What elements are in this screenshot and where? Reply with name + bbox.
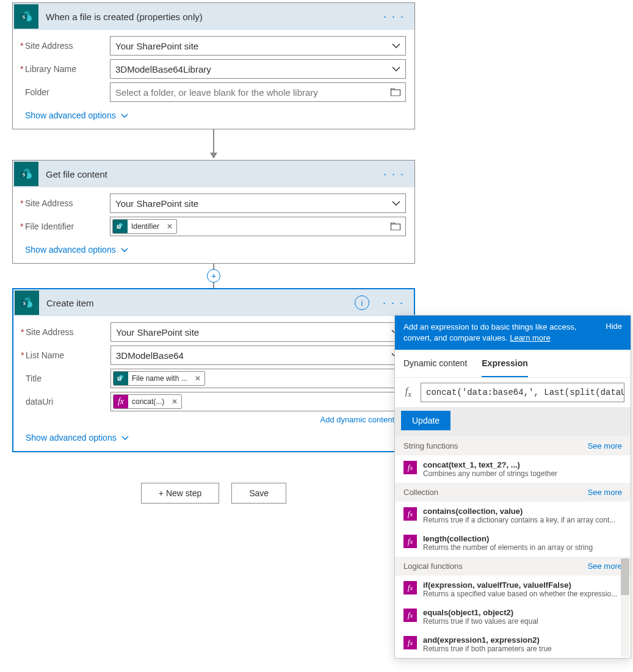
flow-canvas: S When a file is created (properties onl… bbox=[0, 0, 427, 516]
folder-field[interactable] bbox=[115, 87, 400, 98]
fn-description: Returns true if a dictionary contains a … bbox=[423, 516, 622, 524]
site-address-value: Your SharePoint site bbox=[115, 41, 198, 51]
folder-icon[interactable] bbox=[391, 89, 400, 96]
getfile-title: Get file content bbox=[40, 169, 380, 179]
trigger-card: S When a file is created (properties onl… bbox=[12, 2, 415, 129]
expression-input[interactable]: concat('data:base64,', Last(split(dataUr… bbox=[421, 383, 624, 402]
remove-token-icon[interactable]: ✕ bbox=[168, 397, 181, 406]
scrollbar[interactable] bbox=[621, 558, 629, 657]
sharepoint-token-icon: S bbox=[113, 219, 128, 234]
remove-token-icon[interactable]: ✕ bbox=[191, 374, 204, 383]
fn-item[interactable]: fxif(expression, valueIfTrue, valueIfFal… bbox=[395, 576, 631, 603]
fx-icon: fx bbox=[403, 535, 417, 548]
getfile-header[interactable]: S Get file content · · · bbox=[13, 161, 414, 187]
scrollbar-thumb[interactable] bbox=[621, 558, 629, 595]
expr-tabs: Dynamic content Expression bbox=[395, 350, 631, 378]
list-name-value: 3DModelBase64 bbox=[116, 350, 184, 361]
more-icon[interactable]: · · · bbox=[380, 10, 408, 23]
list-name-dropdown[interactable]: 3DModelBase64 bbox=[110, 345, 405, 365]
label-folder: Folder bbox=[21, 87, 110, 97]
label-library-name: Library Name bbox=[21, 64, 110, 74]
site-address-value: Your SharePoint site bbox=[115, 198, 198, 209]
library-name-dropdown[interactable]: 3DModelBase64Library bbox=[110, 59, 406, 79]
site-address-dropdown[interactable]: Your SharePoint site bbox=[110, 322, 405, 342]
svg-text:S: S bbox=[23, 172, 26, 178]
label-site-address: Site Address bbox=[21, 41, 110, 51]
show-advanced-link[interactable]: Show advanced options bbox=[21, 110, 406, 120]
tab-expression[interactable]: Expression bbox=[482, 350, 527, 377]
getfile-card: S Get file content · · · Site Address Yo… bbox=[12, 160, 415, 264]
chevron-down-icon bbox=[121, 436, 129, 440]
fn-description: Returns the number of elements in an arr… bbox=[423, 543, 622, 552]
chevron-down-icon bbox=[392, 201, 400, 206]
sharepoint-icon: S bbox=[14, 162, 38, 186]
fn-description: Combines any number of strings together bbox=[423, 469, 622, 478]
title-input[interactable]: S File name with ... ✕ bbox=[110, 369, 405, 388]
hide-button[interactable]: Hide bbox=[606, 322, 622, 344]
label-title: Title bbox=[22, 374, 110, 383]
fn-item[interactable]: fxlength(collection)Returns the number o… bbox=[395, 529, 631, 557]
info-icon[interactable]: i bbox=[355, 295, 369, 310]
folder-input[interactable] bbox=[110, 82, 406, 102]
file-identifier-input[interactable]: S Identifier ✕ bbox=[110, 217, 406, 236]
see-more-link[interactable]: See more bbox=[588, 441, 622, 450]
fn-item[interactable]: fxcontains(collection, value)Returns tru… bbox=[395, 502, 631, 529]
show-advanced-link[interactable]: Show advanced options bbox=[22, 433, 405, 443]
save-button[interactable]: Save bbox=[231, 483, 286, 504]
tab-dynamic-content[interactable]: Dynamic content bbox=[403, 350, 467, 377]
banner-text: Add an expression to do basic things lik… bbox=[403, 322, 576, 342]
svg-text:S: S bbox=[23, 15, 26, 20]
fn-description: Returns true if two values are equal bbox=[423, 617, 622, 626]
token-label: File name with ... bbox=[128, 374, 191, 383]
fn-item[interactable]: fxequals(object1, object2)Returns true i… bbox=[395, 603, 631, 630]
datauri-input[interactable]: fx concat(...) ✕ bbox=[110, 392, 405, 411]
show-advanced-link[interactable]: Show advanced options bbox=[21, 245, 406, 255]
fx-icon: fx bbox=[403, 507, 417, 521]
more-icon[interactable]: · · · bbox=[380, 168, 408, 181]
trigger-title: When a file is created (properties only) bbox=[40, 12, 380, 22]
site-address-dropdown[interactable]: Your SharePoint site bbox=[110, 36, 406, 56]
site-address-dropdown[interactable]: Your SharePoint site bbox=[110, 193, 406, 213]
fn-signature: length(collection) bbox=[423, 534, 622, 543]
svg-rect-5 bbox=[391, 90, 400, 96]
fn-signature: concat(text_1, text_2?, ...) bbox=[423, 460, 622, 469]
fx-icon: fx bbox=[403, 581, 417, 594]
see-more-link[interactable]: See more bbox=[588, 488, 622, 497]
token-identifier[interactable]: S Identifier ✕ bbox=[112, 219, 177, 234]
update-button[interactable]: Update bbox=[401, 411, 450, 430]
fx-icon: fx bbox=[401, 386, 416, 399]
add-step-button[interactable]: + bbox=[207, 269, 220, 283]
new-step-button[interactable]: + New step bbox=[141, 483, 219, 504]
fn-signature: and(expression1, expression2) bbox=[423, 635, 622, 645]
svg-text:S: S bbox=[118, 377, 121, 380]
chevron-down-icon bbox=[392, 43, 400, 48]
label-site-address: Site Address bbox=[21, 198, 110, 208]
chevron-down-icon bbox=[392, 67, 400, 71]
fx-token-icon: fx bbox=[114, 394, 128, 409]
label-file-identifier: File Identifier bbox=[21, 222, 110, 231]
token-filename[interactable]: S File name with ... ✕ bbox=[113, 371, 205, 386]
sharepoint-icon: S bbox=[15, 291, 39, 315]
fn-item[interactable]: fxand(expression1, expression2)Returns t… bbox=[395, 630, 631, 658]
fn-signature: equals(object1, object2) bbox=[423, 608, 622, 617]
expression-banner: Add an expression to do basic things lik… bbox=[395, 316, 631, 350]
more-icon[interactable]: · · · bbox=[379, 297, 408, 309]
remove-token-icon[interactable]: ✕ bbox=[163, 222, 176, 231]
token-concat[interactable]: fx concat(...) ✕ bbox=[113, 394, 182, 409]
trigger-header[interactable]: S When a file is created (properties onl… bbox=[13, 3, 414, 30]
svg-text:S: S bbox=[23, 301, 26, 306]
token-label: concat(...) bbox=[128, 397, 168, 406]
createitem-header[interactable]: S Create item i · · · bbox=[13, 289, 414, 316]
sharepoint-icon: S bbox=[14, 4, 38, 29]
see-more-link[interactable]: See more bbox=[588, 562, 622, 571]
fx-icon: fx bbox=[403, 636, 417, 649]
folder-icon[interactable] bbox=[391, 223, 400, 231]
svg-text:S: S bbox=[118, 225, 120, 228]
fx-icon: fx bbox=[403, 609, 417, 622]
learn-more-link[interactable]: Learn more bbox=[510, 333, 550, 342]
fn-section-header: Logical functionsSee more bbox=[395, 557, 631, 576]
fn-signature: contains(collection, value) bbox=[423, 507, 622, 516]
insert-step: + bbox=[12, 264, 415, 288]
add-dynamic-content-link[interactable]: Add dynamic content + bbox=[22, 415, 405, 424]
fn-item[interactable]: fxconcat(text_1, text_2?, ...)Combines a… bbox=[395, 455, 631, 483]
